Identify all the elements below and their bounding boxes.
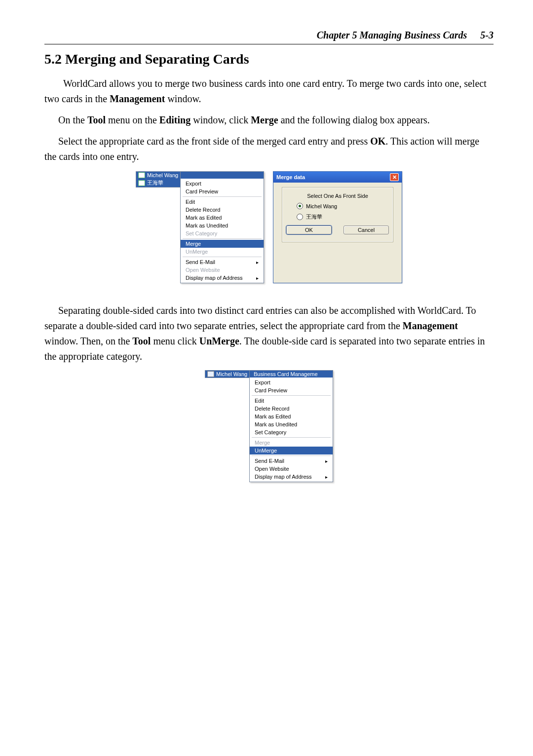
menu-edit[interactable]: Edit [181,198,264,206]
list-item[interactable]: 王海華 [136,179,182,187]
menu-mark-edited[interactable]: Mark as Edited [250,413,333,420]
menu-mark-edited[interactable]: Mark as Edited [181,214,264,222]
list-item[interactable]: Michel Wang [136,172,182,179]
radio-icon [297,203,303,209]
menu-title-stub: Business Card Manageme [250,371,333,378]
menu-export[interactable]: Export [181,180,264,188]
paragraph-4: Separating double-sided cards into two d… [44,303,494,364]
ok-button[interactable]: OK [286,226,332,234]
chapter-title: Chapter 5 Managing Business Cards [317,30,467,40]
paragraph-1: WorldCard allows you to merge two busine… [44,76,494,107]
menu-export[interactable]: Export [250,378,333,386]
menu-merge: Merge [250,439,333,447]
menu-display-map[interactable]: Display map of Address [181,274,264,282]
menu-send-email[interactable]: Send E-Mail [250,457,333,465]
menu-card-preview[interactable]: Card Preview [250,386,333,394]
menu-delete-record[interactable]: Delete Record [181,206,264,214]
menu-unmerge[interactable]: UnMerge [250,447,333,454]
card-selection-list[interactable]: Michel Wang [205,370,251,378]
menu-mark-unedited[interactable]: Mark as Unedited [250,420,333,428]
menu-display-map[interactable]: Display map of Address [250,473,333,481]
section-title: 5.2 Merging and Separating Cards [44,51,494,67]
merge-dialog: Merge data ✕ Select One As Front Side Mi… [273,171,402,283]
menu-send-email[interactable]: Send E-Mail [181,258,264,266]
radio-option-2[interactable]: 王海華 [297,213,385,221]
radio-option-1[interactable]: Michel Wang [297,203,385,209]
context-menu: Business Card Manageme Export Card Previ… [249,370,333,482]
menu-open-website[interactable]: Open Website [250,465,333,473]
menu-delete-record[interactable]: Delete Record [250,405,333,413]
dialog-instruction: Select One As Front Side [290,193,385,199]
figure-unmerge: Michel Wang Business Card Manageme Expor… [44,370,494,482]
card-double-icon [207,371,214,377]
paragraph-3: Select the appropriate card as the front… [44,134,494,164]
menu-unmerge: UnMerge [181,248,264,256]
menu-open-website: Open Website [181,266,264,274]
dialog-titlebar[interactable]: Merge data ✕ [273,172,402,183]
card-selection-list[interactable]: Michel Wang 王海華 [136,171,182,188]
figure-merge: Michel Wang 王海華 Export Card Preview Edit… [44,171,494,283]
menu-set-category[interactable]: Set Category [250,428,333,436]
menu-mark-unedited[interactable]: Mark as Unedited [181,222,264,229]
menu-edit[interactable]: Edit [250,397,333,405]
menu-set-category: Set Category [181,229,264,237]
page-number: 5-3 [480,30,494,40]
menu-card-preview[interactable]: Card Preview [181,188,264,195]
paragraph-2: On the Tool menu on the Editing window, … [44,113,494,128]
menu-merge[interactable]: Merge [181,240,264,248]
cancel-button[interactable]: Cancel [343,226,389,234]
dialog-title: Merge data [276,174,305,180]
menu-title-stub [181,172,264,179]
context-menu: Export Card Preview Edit Delete Record M… [180,171,264,283]
page-header: Chapter 5 Managing Business Cards 5-3 [44,30,494,44]
card-icon [138,172,145,178]
card-icon [138,180,145,186]
radio-icon [297,214,303,220]
list-item[interactable]: Michel Wang [205,371,251,378]
close-icon[interactable]: ✕ [390,173,399,181]
